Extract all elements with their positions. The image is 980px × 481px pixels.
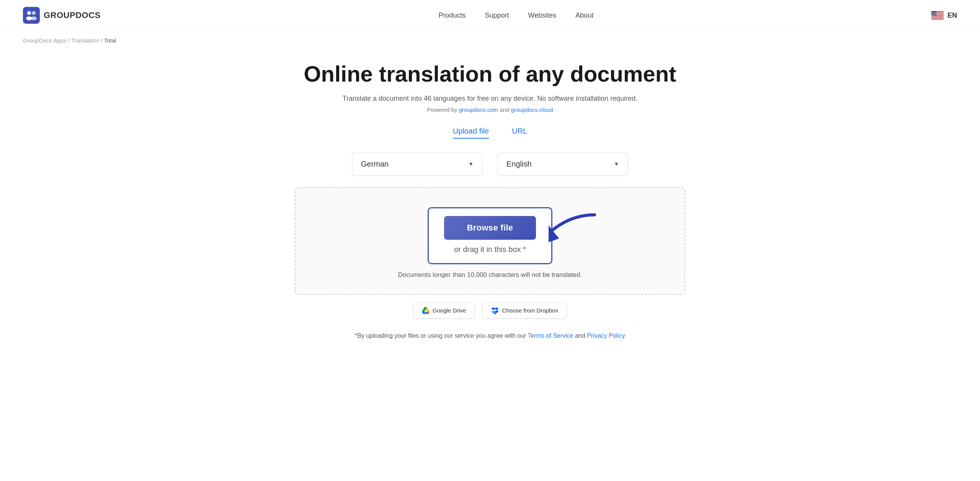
- google-drive-icon: [422, 307, 430, 314]
- language-selector[interactable]: ★★★ ★★★ EN: [931, 11, 957, 20]
- privacy-link[interactable]: Privacy Policy: [587, 332, 625, 339]
- groupdocs-com-link[interactable]: groupdocs.com: [459, 106, 498, 113]
- drag-text: or drag it in this box *: [454, 245, 526, 254]
- limit-text: Documents longer than 10,000 characters …: [311, 271, 669, 279]
- dropbox-label: Choose from Dropbox: [502, 307, 558, 314]
- breadcrumb: GroupDocs Apps / Translation / Total: [0, 31, 980, 50]
- google-drive-label: Google Drive: [433, 307, 466, 314]
- page-title: Online translation of any document: [295, 61, 685, 87]
- footer-note: *By uploading your files or using our se…: [295, 332, 685, 339]
- dropbox-icon: [491, 307, 499, 314]
- nav-support[interactable]: Support: [485, 11, 509, 20]
- svg-rect-9: [931, 16, 944, 16]
- lang-code: EN: [947, 11, 957, 20]
- svg-point-2: [32, 11, 36, 15]
- svg-rect-0: [23, 7, 40, 24]
- dropbox-button[interactable]: Choose from Dropbox: [482, 303, 567, 319]
- logo[interactable]: GROUPDOCS: [23, 7, 101, 24]
- svg-text:★★★: ★★★: [932, 11, 937, 14]
- arrow-indicator: [549, 211, 598, 247]
- groupdocs-cloud-link[interactable]: groupdocs.cloud: [511, 106, 553, 113]
- source-language-chevron: ▼: [468, 161, 474, 167]
- nav-about[interactable]: About: [575, 11, 593, 20]
- logo-text: GROUPDOCS: [44, 10, 101, 20]
- tabs: Upload file URL: [295, 127, 685, 139]
- flag-icon: ★★★ ★★★: [931, 11, 944, 20]
- google-drive-button[interactable]: Google Drive: [413, 303, 475, 319]
- logo-icon: [23, 7, 40, 24]
- main-nav: Products Support Websites About: [438, 11, 593, 20]
- subtitle: Translate a document into 46 languages f…: [295, 95, 685, 103]
- source-language-label: German: [361, 160, 389, 169]
- target-language-select[interactable]: English ▼: [498, 152, 628, 176]
- upload-inner-box: Browse file or drag it in this box *: [428, 207, 553, 264]
- nav-websites[interactable]: Websites: [528, 11, 557, 20]
- tab-upload-file[interactable]: Upload file: [453, 127, 489, 139]
- nav-products[interactable]: Products: [438, 11, 466, 20]
- upload-area: Browse file or drag it in this box * Doc…: [295, 187, 685, 295]
- svg-point-1: [27, 11, 31, 15]
- breadcrumb-translation[interactable]: Translation: [71, 37, 100, 44]
- browse-file-button[interactable]: Browse file: [444, 216, 536, 240]
- svg-point-4: [31, 16, 37, 20]
- tab-url[interactable]: URL: [512, 127, 527, 139]
- svg-rect-10: [931, 17, 944, 18]
- breadcrumb-current: Total: [104, 37, 116, 44]
- cloud-buttons: Google Drive Choose from Dropbox: [295, 303, 685, 319]
- target-language-chevron: ▼: [614, 161, 619, 167]
- source-language-select[interactable]: German ▼: [352, 152, 482, 176]
- target-language-label: English: [506, 160, 532, 169]
- breadcrumb-apps[interactable]: GroupDocs Apps: [23, 37, 66, 44]
- language-selectors: German ▼ English ▼: [295, 152, 685, 176]
- svg-rect-11: [931, 18, 944, 19]
- terms-link[interactable]: Terms of Service: [528, 332, 573, 339]
- powered-by: Powered by groupdocs.com and groupdocs.c…: [295, 106, 685, 113]
